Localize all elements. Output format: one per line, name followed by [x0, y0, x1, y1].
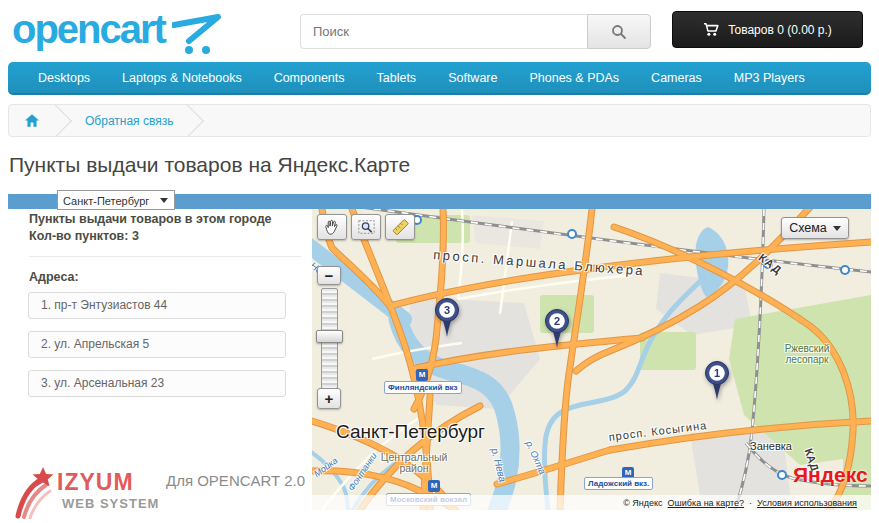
map-canvas[interactable]: [312, 209, 871, 510]
zoom-out-button[interactable]: −: [317, 266, 341, 285]
izyum-brand-subtitle: WEB SYSTEM: [62, 496, 159, 511]
cart-button[interactable]: Товаров 0 (0.00 р.): [672, 11, 863, 48]
menu-item-mp3[interactable]: MP3 Players: [718, 62, 821, 93]
map-error-link[interactable]: Ошибка на карте?: [668, 498, 745, 508]
metro-icon: М: [416, 369, 428, 381]
city-select-wrap: Санкт-Петербург: [57, 190, 175, 210]
map-label-ladozhsky: Ладожский вкз.: [584, 477, 653, 490]
terms-link[interactable]: Условия использования: [757, 498, 857, 508]
marker-number: 2: [554, 315, 560, 327]
cart-icon: [703, 22, 720, 37]
panel-count: Кол-во пунктов: 3: [29, 229, 139, 243]
addresses-label: Адреса:: [29, 270, 79, 284]
yandex-map[interactable]: Санкт-Петербург Центральный район просп.…: [312, 209, 871, 510]
copyright-separator: ·: [749, 498, 752, 508]
map-marker-3[interactable]: 3: [432, 297, 462, 339]
breadcrumb-separator: [170, 104, 204, 137]
izyum-logo-icon: [14, 465, 60, 519]
menu-item-desktops[interactable]: Desktops: [22, 62, 106, 93]
ruler-icon: [391, 218, 410, 236]
module-for-label: Для OPENCART 2.0: [166, 472, 305, 489]
panel-divider: [29, 256, 301, 257]
marker-number: 1: [714, 367, 720, 379]
address-item[interactable]: 1. пр-т Энтузиастов 44: [28, 292, 286, 319]
copyright-owner: © Яндекс: [623, 498, 662, 508]
panel-heading: Пункты выдачи товаров в этом городе: [29, 212, 272, 226]
ruler-tool-button[interactable]: [385, 214, 415, 240]
storefront-page: opencart Товаров 0 (0.00 р.) Desktops La…: [0, 0, 879, 523]
yandex-logo[interactable]: Яндекс: [793, 463, 868, 487]
search-icon: [611, 24, 627, 40]
menu-item-phones[interactable]: Phones & PDAs: [513, 62, 635, 93]
map-label-finlyandsky: Финляндский вкз: [384, 381, 462, 394]
opencart-cart-icon: [172, 14, 224, 56]
menu-item-components[interactable]: Components: [258, 62, 361, 93]
hand-icon: [323, 218, 341, 236]
marker-number: 3: [444, 304, 450, 316]
address-item[interactable]: 2. ул. Апрельская 5: [28, 331, 286, 358]
search-box: [300, 14, 651, 49]
zoom-area-tool-button[interactable]: [351, 214, 381, 240]
pan-tool-button[interactable]: [317, 214, 347, 240]
map-marker-2[interactable]: 2: [542, 308, 572, 350]
menu-item-software[interactable]: Software: [432, 62, 513, 93]
breadcrumb: Обратная связь: [8, 104, 871, 137]
izyum-brand-name[interactable]: IZYUM: [57, 469, 134, 496]
city-select[interactable]: Санкт-Петербург: [58, 192, 174, 210]
zoom-slider-handle[interactable]: [316, 330, 343, 343]
opencart-logo[interactable]: opencart: [12, 7, 165, 52]
cart-label: Товаров 0 (0.00 р.): [728, 23, 832, 37]
map-copyright: © Яндекс Ошибка на карте? · Условия испо…: [312, 495, 871, 510]
page-title: Пункты выдачи товаров на Яндекс.Карте: [9, 153, 410, 177]
metro-icon: М: [428, 480, 440, 492]
zoom-area-icon: [357, 218, 376, 236]
address-item[interactable]: 3. ул. Арсенальная 23: [28, 370, 286, 397]
zoom-in-button[interactable]: +: [317, 388, 341, 409]
map-type-button[interactable]: Схема: [781, 217, 849, 239]
search-button[interactable]: [587, 14, 651, 49]
chevron-down-icon: [833, 226, 841, 231]
map-marker-1[interactable]: 1: [702, 360, 732, 402]
main-menu: Desktops Laptops & Notebooks Components …: [8, 62, 871, 95]
menu-item-cameras[interactable]: Cameras: [635, 62, 718, 93]
search-input[interactable]: [300, 14, 587, 49]
menu-item-laptops[interactable]: Laptops & Notebooks: [106, 62, 258, 93]
menu-item-tablets[interactable]: Tablets: [361, 62, 433, 93]
map-type-label: Схема: [789, 221, 827, 235]
